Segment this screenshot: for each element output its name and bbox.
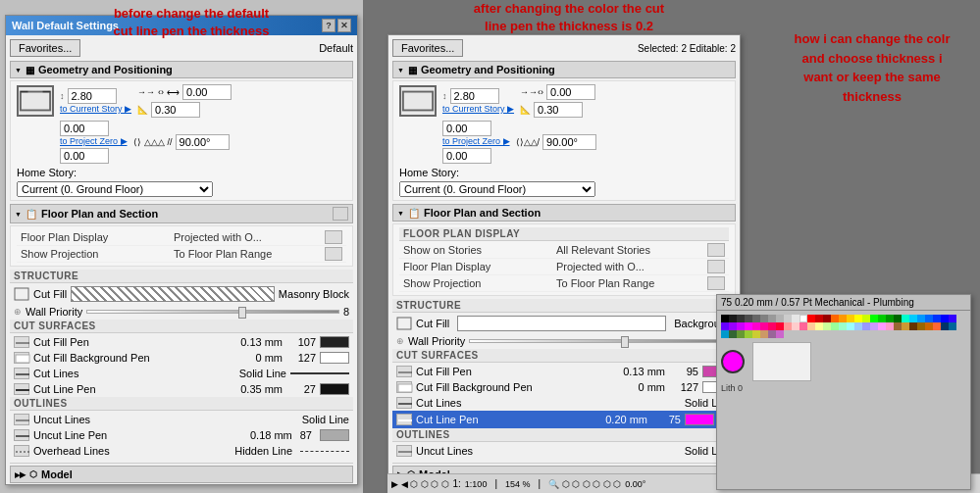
right-offset2-input[interactable] [534,102,583,118]
right-wall-priority-slider[interactable] [469,339,722,343]
color-swatch[interactable] [745,330,752,338]
color-swatch[interactable] [721,315,729,322]
color-swatch[interactable] [768,330,776,338]
close-button[interactable]: ✕ [337,19,351,32]
left-geometry-header[interactable]: ▦ Geometry and Positioning [10,61,353,78]
color-swatch[interactable] [768,322,776,330]
color-swatch[interactable] [854,315,862,322]
color-swatch[interactable] [784,315,792,322]
help-button[interactable]: ? [322,19,335,32]
right-angle-input[interactable] [542,134,596,150]
color-swatch[interactable] [776,330,784,338]
left-default-label: Default [319,42,353,54]
color-swatch[interactable] [909,322,917,330]
right-cs-row-3[interactable]: Cut Line Pen 0.20 mm 75 ▶ [392,411,736,428]
offset1-input[interactable] [182,84,232,100]
color-swatch[interactable] [886,322,894,330]
color-swatch[interactable] [886,315,894,322]
color-swatch[interactable] [831,322,839,330]
color-swatch[interactable] [792,322,799,330]
color-swatch[interactable] [941,315,949,322]
color-swatch[interactable] [737,315,745,322]
color-swatch[interactable] [752,315,760,322]
right-bottom-input[interactable] [442,148,491,164]
color-swatch[interactable] [909,315,917,322]
color-swatch[interactable] [917,315,925,322]
color-swatch[interactable] [760,315,768,322]
color-swatch[interactable] [902,322,909,330]
color-swatch[interactable] [839,315,847,322]
color-swatch[interactable] [894,315,902,322]
color-swatch[interactable] [752,330,760,338]
color-swatch[interactable] [729,315,737,322]
color-swatch[interactable] [870,315,878,322]
right-height-input[interactable] [450,88,499,104]
right-home-story-dropdown[interactable]: Current (0. Ground Floor) [399,181,595,197]
angle-input[interactable] [176,134,230,150]
color-swatch[interactable] [862,315,870,322]
bottom-input[interactable] [60,148,109,164]
color-swatch[interactable] [729,330,737,338]
color-swatch[interactable] [799,315,807,322]
color-swatch[interactable] [902,315,909,322]
color-swatch[interactable] [776,315,784,322]
color-swatch[interactable] [745,322,752,330]
color-swatch[interactable] [737,322,745,330]
svg-rect-15 [398,384,412,392]
height-input[interactable] [68,88,117,104]
color-swatch[interactable] [878,322,886,330]
color-swatch[interactable] [721,322,729,330]
right-current-story-link[interactable]: to Current Story ▶ [442,104,514,114]
offset2-input[interactable] [151,102,200,118]
color-swatch[interactable] [823,322,831,330]
right-project-zero-link[interactable]: to Project Zero ▶ [442,136,510,146]
color-swatch[interactable] [721,330,729,338]
color-swatch[interactable] [949,322,956,330]
color-swatch[interactable] [784,322,792,330]
left-wall-priority-slider[interactable] [86,310,339,314]
color-swatch[interactable] [737,330,745,338]
color-swatch[interactable] [917,322,925,330]
right-favorites-button[interactable]: Favorites... [392,39,463,57]
right-geometry-header[interactable]: ▦ Geometry and Positioning [392,61,736,78]
color-swatch[interactable] [807,322,815,330]
color-swatch[interactable] [807,315,815,322]
color-swatch[interactable] [831,315,839,322]
color-swatch[interactable] [933,315,941,322]
color-swatch[interactable] [839,322,847,330]
right-floorplan-header[interactable]: 📋 Floor Plan and Section [392,204,736,222]
color-swatch[interactable] [799,322,807,330]
color-swatch[interactable] [847,315,854,322]
color-swatch[interactable] [729,322,737,330]
color-swatch[interactable] [862,322,870,330]
color-swatch[interactable] [878,315,886,322]
color-swatch[interactable] [949,315,956,322]
color-swatch[interactable] [933,322,941,330]
color-swatch[interactable] [894,322,902,330]
color-swatch[interactable] [815,315,823,322]
color-swatch[interactable] [870,322,878,330]
right-project-zero-input[interactable] [442,121,491,136]
left-model-header[interactable]: ▶ ⬡ Model [10,466,353,483]
left-floorplan-header[interactable]: 📋 Floor Plan and Section [10,204,353,223]
color-swatch[interactable] [925,315,933,322]
color-swatch[interactable] [823,315,831,322]
color-swatch[interactable] [925,322,933,330]
color-swatch[interactable] [745,315,752,322]
color-swatch[interactable] [854,322,862,330]
left-favorites-button[interactable]: Favorites... [10,39,80,57]
project-zero-input[interactable] [60,121,109,136]
project-zero-link[interactable]: to Project Zero ▶ [60,136,128,146]
color-swatch[interactable] [815,322,823,330]
current-story-link[interactable]: to Current Story ▶ [60,104,131,114]
color-swatch[interactable] [760,322,768,330]
color-swatch[interactable] [792,315,799,322]
color-swatch[interactable] [941,322,949,330]
color-swatch[interactable] [752,322,760,330]
color-swatch[interactable] [847,322,854,330]
right-offset1-input[interactable] [546,84,595,100]
color-swatch[interactable] [768,315,776,322]
home-story-dropdown[interactable]: Current (0. Ground Floor) [17,181,213,197]
color-swatch[interactable] [776,322,784,330]
color-swatch[interactable] [760,330,768,338]
